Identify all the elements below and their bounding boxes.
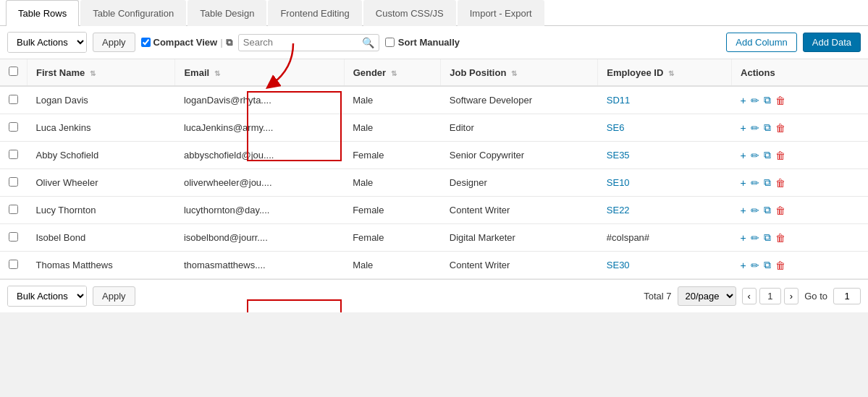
col-header-employee-id: Employee ID ⇅ bbox=[598, 59, 732, 86]
goto-label: Go to bbox=[804, 291, 827, 302]
add-row-button[interactable]: + bbox=[741, 122, 746, 134]
delete-row-button[interactable]: 🗑 bbox=[775, 177, 785, 189]
row-employee-id: SD11 bbox=[598, 86, 732, 114]
add-row-button[interactable]: + bbox=[741, 177, 746, 189]
table-row: Isobel Bond isobelbond@jourr.... Female … bbox=[0, 224, 868, 252]
delete-row-button[interactable]: 🗑 bbox=[775, 205, 785, 216]
edit-row-button[interactable]: ✏ bbox=[751, 177, 759, 189]
row-gender: Male bbox=[344, 114, 441, 142]
row-employee-id: SE10 bbox=[598, 169, 732, 197]
copy-row-button[interactable]: ⧉ bbox=[764, 176, 771, 189]
row-gender: Female bbox=[344, 142, 441, 169]
apply-button-bottom[interactable]: Apply bbox=[93, 286, 135, 306]
sort-icon-first-name[interactable]: ⇅ bbox=[90, 69, 96, 77]
sort-manually-label: Sort Manually bbox=[398, 37, 460, 48]
add-column-button[interactable]: Add Column bbox=[726, 33, 797, 52]
row-checkbox[interactable] bbox=[9, 177, 18, 187]
sort-icon-email[interactable]: ⇅ bbox=[214, 69, 220, 77]
delete-row-button[interactable]: 🗑 bbox=[775, 95, 785, 106]
row-checkbox[interactable] bbox=[9, 232, 18, 242]
page-size-select[interactable]: 20/page bbox=[678, 286, 736, 306]
row-checkbox[interactable] bbox=[9, 150, 18, 159]
row-gender: Male bbox=[344, 86, 441, 114]
bulk-actions-dropdown-bottom[interactable]: Bulk Actions bbox=[7, 286, 87, 307]
row-actions-cell: + ✏ ⧉ 🗑 bbox=[732, 224, 868, 252]
row-checkbox-cell bbox=[0, 114, 28, 142]
row-first-name: Luca Jenkins bbox=[28, 114, 175, 142]
search-input[interactable] bbox=[243, 37, 359, 48]
sort-icon-gender[interactable]: ⇅ bbox=[391, 69, 397, 77]
select-all-checkbox[interactable] bbox=[9, 67, 18, 76]
prev-page-button[interactable]: ‹ bbox=[742, 288, 757, 304]
row-employee-id: #colspan# bbox=[598, 224, 732, 252]
add-row-button[interactable]: + bbox=[741, 95, 746, 106]
link-icon[interactable]: ⧉ bbox=[226, 37, 232, 48]
sort-icon-employee-id[interactable]: ⇅ bbox=[668, 69, 674, 77]
pagination: Total 7 20/page ‹ 1 › Go to bbox=[644, 286, 861, 306]
bulk-actions-select-bottom[interactable]: Bulk Actions bbox=[8, 286, 86, 306]
tab-table-rows[interactable]: Table Rows bbox=[6, 0, 79, 26]
tab-table-configuration[interactable]: Table Configuration bbox=[80, 0, 186, 26]
delete-row-button[interactable]: 🗑 bbox=[775, 122, 785, 134]
bulk-actions-dropdown[interactable]: Bulk Actions bbox=[7, 32, 87, 53]
edit-row-button[interactable]: ✏ bbox=[751, 260, 759, 271]
edit-row-button[interactable]: ✏ bbox=[751, 122, 759, 134]
table-wrapper: First Name ⇅ Email ⇅ Gender ⇅ Job Positi… bbox=[0, 59, 868, 279]
next-page-button[interactable]: › bbox=[784, 288, 799, 304]
top-toolbar: Bulk Actions Apply Compact View | ⧉ 🔍 So… bbox=[0, 26, 868, 59]
row-email: lucythornton@day.... bbox=[175, 197, 344, 224]
compact-view-wrapper: Compact View | ⧉ bbox=[141, 37, 232, 48]
compact-view-checkbox[interactable] bbox=[141, 38, 151, 47]
delete-row-button[interactable]: 🗑 bbox=[775, 150, 785, 161]
bottom-toolbar: Bulk Actions Apply Total 7 20/page ‹ 1 ›… bbox=[0, 279, 868, 312]
row-checkbox[interactable] bbox=[9, 205, 18, 214]
row-job-position: Senior Copywriter bbox=[441, 142, 598, 169]
add-row-button[interactable]: + bbox=[741, 205, 746, 216]
apply-button-top[interactable]: Apply bbox=[93, 33, 135, 52]
row-gender: Male bbox=[344, 252, 441, 279]
sort-manually-checkbox[interactable] bbox=[385, 38, 395, 47]
select-all-header bbox=[0, 59, 28, 86]
row-checkbox-cell bbox=[0, 169, 28, 197]
row-checkbox[interactable] bbox=[9, 260, 18, 269]
copy-row-button[interactable]: ⧉ bbox=[764, 204, 771, 216]
row-checkbox[interactable] bbox=[9, 95, 18, 104]
delete-row-button[interactable]: 🗑 bbox=[775, 260, 785, 271]
copy-row-button[interactable]: ⧉ bbox=[764, 259, 771, 271]
tab-table-design[interactable]: Table Design bbox=[187, 0, 266, 26]
row-checkbox-cell bbox=[0, 224, 28, 252]
copy-row-button[interactable]: ⧉ bbox=[764, 94, 771, 106]
copy-row-button[interactable]: ⧉ bbox=[764, 231, 771, 244]
add-row-button[interactable]: + bbox=[741, 232, 746, 244]
data-table: First Name ⇅ Email ⇅ Gender ⇅ Job Positi… bbox=[0, 59, 868, 279]
edit-row-button[interactable]: ✏ bbox=[751, 232, 759, 244]
add-data-button[interactable]: Add Data bbox=[803, 33, 861, 52]
row-job-position: Content Writer bbox=[441, 252, 598, 279]
add-row-button[interactable]: + bbox=[741, 260, 746, 271]
tab-frontend-editing[interactable]: Frontend Editing bbox=[268, 0, 361, 26]
edit-row-button[interactable]: ✏ bbox=[751, 205, 759, 216]
delete-row-button[interactable]: 🗑 bbox=[775, 232, 785, 244]
compact-view-label: Compact View bbox=[153, 37, 218, 48]
add-row-button[interactable]: + bbox=[741, 150, 746, 161]
bulk-actions-select[interactable]: Bulk Actions bbox=[8, 33, 86, 52]
row-checkbox[interactable] bbox=[9, 122, 18, 132]
copy-row-button[interactable]: ⧉ bbox=[764, 121, 771, 134]
row-job-position: Software Developer bbox=[441, 86, 598, 114]
edit-row-button[interactable]: ✏ bbox=[751, 150, 759, 161]
row-job-position: Content Writer bbox=[441, 197, 598, 224]
row-job-position: Editor bbox=[441, 114, 598, 142]
copy-row-button[interactable]: ⧉ bbox=[764, 149, 771, 161]
row-first-name: Logan Davis bbox=[28, 86, 175, 114]
row-actions-cell: + ✏ ⧉ 🗑 bbox=[732, 169, 868, 197]
sort-icon-job-position[interactable]: ⇅ bbox=[511, 69, 517, 77]
goto-input[interactable] bbox=[833, 288, 861, 304]
col-header-first-name: First Name ⇅ bbox=[28, 59, 175, 86]
col-header-gender: Gender ⇅ bbox=[344, 59, 441, 86]
row-gender: Female bbox=[344, 197, 441, 224]
tabs-bar: Table Rows Table Configuration Table Des… bbox=[0, 0, 868, 26]
tab-import-export[interactable]: Import - Export bbox=[458, 0, 544, 26]
sort-manually-wrapper: Sort Manually bbox=[385, 37, 460, 48]
tab-custom-css-js[interactable]: Custom CSS/JS bbox=[363, 0, 456, 26]
edit-row-button[interactable]: ✏ bbox=[751, 95, 759, 106]
